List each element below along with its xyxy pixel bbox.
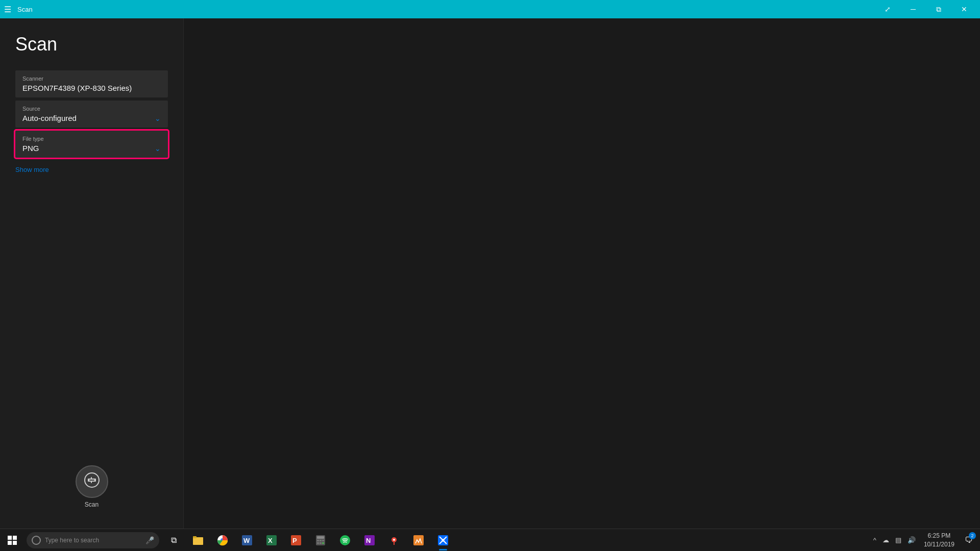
tray-cloud-icon[interactable]: ☁: [879, 529, 892, 552]
svg-rect-4: [91, 481, 92, 483]
spotify-icon: [339, 535, 351, 546]
scan-circle-button[interactable]: [76, 465, 108, 498]
title-bar-left: ☰ Scan: [4, 5, 33, 14]
maximize-restore-button[interactable]: ⤢: [876, 0, 899, 18]
page-heading: Scan: [15, 34, 168, 55]
search-bar[interactable]: Type here to search 🎤: [27, 532, 159, 548]
taskbar-onenote[interactable]: N: [357, 529, 382, 552]
taskbar-spotify[interactable]: [333, 529, 357, 552]
search-placeholder: Type here to search: [45, 537, 145, 544]
onenote-icon: N: [364, 535, 375, 546]
snip-sketch-icon: [437, 535, 449, 546]
svg-rect-3: [91, 477, 92, 479]
hamburger-icon[interactable]: ☰: [4, 5, 11, 14]
svg-rect-21: [317, 536, 324, 539]
microphone-icon[interactable]: 🎤: [145, 536, 154, 544]
show-more-link[interactable]: Show more: [15, 166, 168, 173]
taskbar-chrome[interactable]: [210, 529, 235, 552]
restore-button[interactable]: ⧉: [927, 0, 950, 18]
scanner-value: EPSON7F4389 (XP-830 Series): [22, 84, 161, 92]
excel-icon: X: [266, 535, 277, 546]
app-area: Scan Scanner EPSON7F4389 (XP-830 Series)…: [0, 18, 980, 529]
file-type-chevron-icon: ⌄: [155, 144, 161, 153]
powerpoint-icon: P: [290, 535, 302, 546]
svg-rect-8: [13, 541, 17, 545]
source-field[interactable]: Source Auto-configured ⌄: [15, 101, 168, 128]
source-value: Auto-configured: [22, 114, 77, 122]
svg-rect-24: [322, 540, 324, 541]
paint3d-icon: [413, 535, 424, 546]
svg-text:N: N: [366, 537, 371, 544]
svg-rect-34: [413, 535, 424, 545]
svg-rect-23: [320, 540, 322, 541]
right-panel: [184, 18, 980, 529]
svg-rect-27: [322, 542, 324, 544]
task-view-icon: ⧉: [171, 536, 177, 545]
taskbar-paint3d[interactable]: [406, 529, 431, 552]
scan-icon: [84, 472, 100, 492]
file-type-label: File type: [22, 136, 161, 142]
taskbar-word[interactable]: W: [235, 529, 259, 552]
source-chevron-icon: ⌄: [155, 114, 161, 122]
title-bar-title: Scan: [17, 6, 33, 13]
svg-text:X: X: [268, 537, 273, 544]
svg-rect-22: [317, 540, 319, 541]
tray-volume-icon[interactable]: 🔊: [904, 529, 919, 552]
clock-date: 10/11/2019: [924, 540, 954, 549]
calculator-icon: [315, 535, 326, 546]
tray-display-icon[interactable]: ▤: [892, 529, 904, 552]
svg-point-32: [393, 539, 395, 541]
svg-text:W: W: [243, 537, 250, 544]
svg-text:P: P: [292, 537, 297, 544]
word-icon: W: [241, 535, 253, 546]
taskbar-explorer[interactable]: [186, 529, 210, 552]
svg-rect-25: [317, 542, 319, 544]
file-type-value: PNG: [22, 144, 39, 153]
taskbar-excel[interactable]: X: [259, 529, 284, 552]
source-label: Source: [22, 106, 161, 112]
minimize-button[interactable]: ─: [901, 0, 925, 18]
title-bar: ☰ Scan ⤢ ─ ⧉ ✕: [0, 0, 980, 18]
scanner-field: Scanner EPSON7F4389 (XP-830 Series): [15, 70, 168, 97]
clock-time: 6:25 PM: [928, 532, 951, 540]
search-circle-icon: [32, 536, 41, 545]
svg-rect-2: [89, 480, 94, 481]
svg-rect-7: [8, 541, 12, 545]
taskbar-powerpoint[interactable]: P: [284, 529, 308, 552]
left-panel: Scan Scanner EPSON7F4389 (XP-830 Series)…: [0, 18, 184, 529]
scan-button-area: Scan: [15, 465, 168, 518]
chrome-icon: [217, 535, 228, 546]
svg-rect-5: [8, 536, 12, 540]
file-type-field[interactable]: File type PNG ⌄: [15, 131, 168, 158]
taskbar-maps[interactable]: [382, 529, 406, 552]
svg-rect-26: [320, 542, 322, 544]
close-button[interactable]: ✕: [952, 0, 976, 18]
svg-rect-38: [442, 539, 445, 542]
source-value-row: Auto-configured ⌄: [22, 114, 161, 122]
file-type-value-row: PNG ⌄: [22, 144, 161, 153]
taskbar: Type here to search 🎤 ⧉ W: [0, 529, 980, 551]
maps-icon: [388, 535, 400, 546]
taskbar-task-view[interactable]: ⧉: [161, 529, 186, 552]
clock-area[interactable]: 6:25 PM 10/11/2019: [919, 529, 960, 552]
start-button[interactable]: [0, 529, 24, 552]
taskbar-snip-sketch[interactable]: [431, 529, 455, 552]
scanner-label: Scanner: [22, 76, 161, 82]
notification-badge: 2: [969, 532, 976, 539]
svg-rect-11: [193, 536, 197, 538]
system-tray: ^ ☁ ▤ 🔊 6:25 PM 10/11/2019 🗨 2: [870, 529, 980, 552]
svg-rect-6: [13, 536, 17, 540]
scan-button-label: Scan: [85, 501, 99, 508]
notification-button[interactable]: 🗨 2: [960, 529, 978, 552]
explorer-icon: [192, 535, 204, 546]
taskbar-calculator[interactable]: [308, 529, 333, 552]
tray-chevron[interactable]: ^: [870, 529, 879, 552]
title-bar-controls: ⤢ ─ ⧉ ✕: [876, 0, 976, 18]
